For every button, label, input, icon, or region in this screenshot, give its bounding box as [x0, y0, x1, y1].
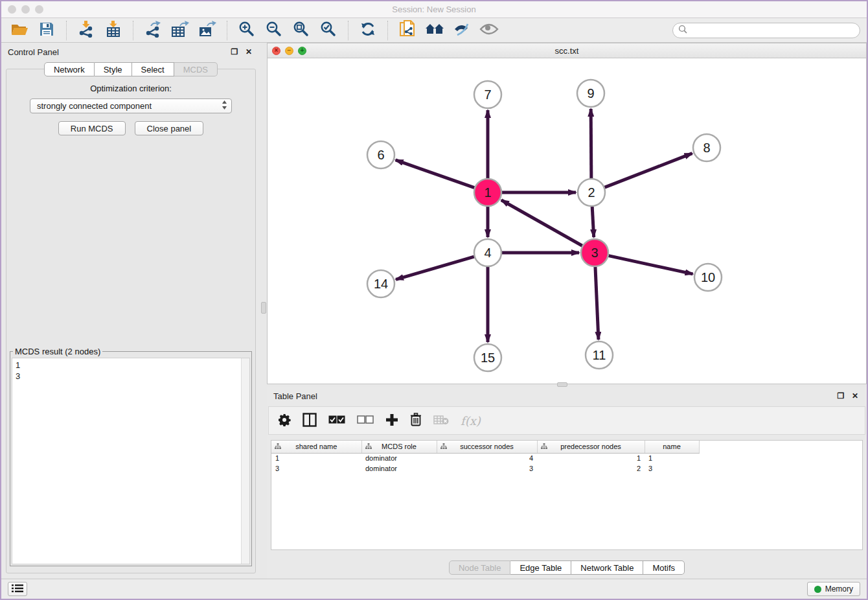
divider-handle[interactable] [261, 302, 266, 314]
mcds-result-scrollbar[interactable] [241, 358, 249, 564]
close-panel-button[interactable]: Close panel [135, 121, 204, 135]
graph-node-1[interactable]: 1 [474, 179, 501, 206]
graph-node-6[interactable]: 6 [367, 141, 394, 168]
graph-edge-2-9[interactable] [591, 109, 591, 178]
function-builder-button[interactable]: f(x) [461, 411, 481, 430]
column-header-successor-nodes[interactable]: successor nodes [437, 441, 537, 453]
zoom-in-button[interactable] [235, 20, 258, 41]
toggle-graphics-details-button[interactable] [450, 20, 474, 41]
network-maximize-button[interactable]: + [298, 47, 306, 55]
column-header-predecessor-nodes[interactable]: predecessor nodes [537, 441, 645, 453]
table-row[interactable]: 1dominator411 [271, 453, 699, 463]
graph-node-9[interactable]: 9 [577, 80, 604, 107]
graph-node-3[interactable]: 3 [581, 239, 608, 266]
graph-edge-2-3[interactable] [592, 207, 594, 237]
zoom-in-icon [238, 21, 255, 40]
graph-edge-3-1[interactable] [501, 200, 582, 246]
run-mcds-button[interactable]: Run MCDS [58, 121, 126, 135]
apply-layout-button[interactable] [356, 20, 380, 41]
table-cell[interactable]: dominator [361, 463, 437, 474]
table-cell[interactable]: 1 [271, 453, 361, 463]
network-view[interactable]: 7968124314101511 [267, 58, 867, 384]
task-history-button[interactable] [8, 582, 27, 596]
float-table-panel-button[interactable]: ❐ [836, 391, 846, 401]
home-layout-button[interactable] [423, 20, 446, 41]
float-panel-button[interactable]: ❐ [229, 47, 240, 57]
control-panel: Control Panel ❐ ✕ NetworkStyleSelectMCDS… [1, 43, 260, 579]
export-table-button[interactable] [168, 20, 192, 41]
close-table-panel-button[interactable]: ✕ [850, 391, 860, 401]
graph-node-15[interactable]: 15 [474, 344, 501, 371]
export-network-button[interactable] [141, 20, 165, 41]
network-minimize-button[interactable]: − [285, 47, 293, 55]
table-toolbar: f(x) [268, 406, 865, 435]
graph-node-11[interactable]: 11 [586, 341, 613, 369]
show-graphics-details-button[interactable] [477, 20, 501, 41]
tab-network-table[interactable]: Network Table [571, 560, 643, 575]
memory-status-icon [814, 586, 821, 593]
tab-mcds[interactable]: MCDS [174, 62, 218, 76]
show-column-pane-button[interactable] [303, 411, 317, 430]
graph-edge-2-8[interactable] [605, 154, 692, 187]
column-header-shared-name[interactable]: shared name [271, 441, 361, 453]
close-panel-icon-button[interactable]: ✕ [244, 47, 254, 57]
tab-select[interactable]: Select [132, 62, 174, 76]
column-header-name[interactable]: name [645, 441, 699, 453]
open-session-button[interactable] [8, 20, 31, 41]
svg-text:11: 11 [593, 348, 606, 362]
svg-text:1: 1 [484, 185, 491, 200]
table-cell[interactable]: 3 [437, 463, 537, 474]
table-cell[interactable]: 3 [271, 463, 361, 474]
graph-node-14[interactable]: 14 [367, 270, 394, 297]
tab-style[interactable]: Style [95, 62, 132, 76]
graph-edge-3-10[interactable] [608, 256, 692, 274]
zoom-fit-button[interactable] [290, 20, 313, 41]
delete-columns-button[interactable] [410, 411, 422, 430]
search-box[interactable] [672, 23, 860, 38]
graph-node-7[interactable]: 7 [474, 81, 501, 108]
table-cell[interactable]: 1 [645, 453, 699, 463]
export-image-button[interactable] [196, 20, 219, 41]
unchecked-boxes-icon [357, 415, 374, 426]
optimization-criterion-select[interactable]: strongly connected component [30, 98, 232, 113]
zoom-out-button[interactable] [262, 20, 286, 41]
save-session-button[interactable] [35, 20, 58, 41]
memory-button[interactable]: Memory [807, 582, 860, 596]
table-row[interactable]: 3dominator323 [271, 463, 699, 474]
main-toolbar [1, 18, 867, 43]
status-bar: Memory [1, 579, 867, 599]
graph-node-10[interactable]: 10 [694, 264, 722, 291]
column-header-MCDS-role[interactable]: MCDS role [361, 441, 437, 453]
graph-edge-4-14[interactable] [396, 257, 474, 279]
panel-split-divider[interactable] [260, 43, 267, 579]
zoom-selected-button[interactable] [317, 20, 340, 41]
network-close-button[interactable]: × [272, 47, 280, 55]
table-cell[interactable]: 2 [537, 463, 645, 474]
unselect-all-columns-button[interactable] [357, 411, 374, 430]
create-column-button[interactable] [385, 411, 398, 430]
select-all-columns-button[interactable] [328, 411, 345, 430]
table-cell[interactable]: 3 [645, 463, 699, 474]
eye-icon [479, 23, 499, 38]
graph-edge-3-11[interactable] [595, 267, 599, 340]
tab-node-table[interactable]: Node Table [449, 560, 511, 575]
import-table-button[interactable] [102, 20, 125, 41]
table-settings-button[interactable] [278, 411, 291, 430]
graph-node-4[interactable]: 4 [474, 239, 501, 266]
graph-node-8[interactable]: 8 [693, 134, 720, 161]
table-cell[interactable]: dominator [361, 453, 437, 463]
tab-edge-table[interactable]: Edge Table [510, 560, 571, 575]
houses-icon [425, 22, 444, 38]
divider-handle[interactable] [557, 382, 567, 387]
graph-edge-1-6[interactable] [396, 160, 475, 188]
network-window-title: scc.txt [268, 46, 866, 56]
tab-network[interactable]: Network [44, 62, 95, 76]
table-cell[interactable]: 1 [537, 453, 645, 463]
tab-motifs[interactable]: Motifs [643, 560, 685, 575]
clone-network-button[interactable] [396, 20, 419, 41]
table-cell[interactable]: 4 [437, 453, 537, 463]
delete-table-button[interactable] [433, 411, 449, 430]
search-input[interactable] [691, 26, 854, 35]
import-network-button[interactable] [74, 20, 98, 41]
graph-node-2[interactable]: 2 [578, 179, 605, 206]
